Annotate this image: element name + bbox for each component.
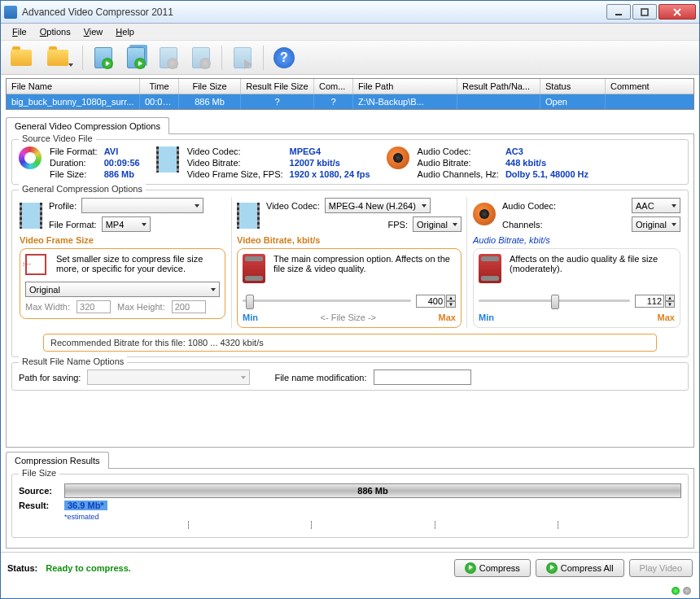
help-button[interactable]: ?	[269, 43, 300, 72]
file-grid: File Name Time File Size Result File Siz…	[6, 78, 694, 110]
result-size-value: 36.9 Mb*	[64, 501, 107, 510]
table-row[interactable]: big_buck_bunny_1080p_surr... 00:09... 88…	[7, 94, 693, 109]
open-folder-button[interactable]	[38, 43, 77, 72]
vcodec-combo[interactable]: MPEG-4 New (H.264)	[325, 198, 431, 213]
close-button[interactable]	[658, 4, 696, 20]
col-comment[interactable]: Comment	[606, 79, 693, 94]
abr-title: Audio Bitrate, kbit/s	[473, 235, 680, 245]
led-off-icon	[683, 587, 691, 595]
svg-rect-1	[641, 9, 648, 15]
minimize-button[interactable]	[606, 4, 631, 20]
col-size[interactable]: File Size	[179, 79, 241, 94]
grid-header: File Name Time File Size Result File Siz…	[7, 79, 693, 94]
col-status[interactable]: Status	[540, 79, 606, 94]
video-bitrate-slider[interactable]	[243, 293, 411, 309]
vbr-title: Video Bitrate, kbit/s	[237, 235, 462, 245]
play-icon	[465, 562, 476, 574]
group-filesize: File Size Source:886 Mb Result:36.9 Mb* …	[11, 474, 689, 538]
tab-general[interactable]: General Video Compression Options	[6, 117, 169, 134]
col-rpath[interactable]: Result Path/Na...	[457, 79, 540, 94]
led-green-icon	[672, 587, 680, 595]
col-path[interactable]: File Path	[353, 79, 457, 94]
max-height-input[interactable]: 200	[172, 300, 206, 313]
col-filename[interactable]: File Name	[7, 79, 140, 94]
frame-size-combo[interactable]: Original	[25, 282, 220, 297]
col-time[interactable]: Time	[140, 79, 179, 94]
clamp-icon	[479, 254, 503, 283]
status-text: Ready to compress.	[46, 563, 131, 573]
clamp-icon	[243, 254, 267, 283]
speaker-icon	[473, 203, 497, 227]
menu-help[interactable]: Help	[109, 25, 141, 38]
vfs-title: Video Frame Size	[20, 235, 225, 245]
speaker-icon	[387, 146, 411, 171]
compress-all-button[interactable]	[120, 43, 151, 72]
menu-view[interactable]: View	[77, 25, 110, 38]
menu-options[interactable]: Options	[33, 25, 77, 38]
video-wheel-icon	[19, 146, 43, 171]
channels-combo[interactable]: Original	[632, 216, 680, 232]
max-width-input[interactable]: 320	[77, 300, 111, 313]
open-file-button[interactable]	[6, 43, 37, 72]
profile-combo[interactable]	[81, 198, 203, 213]
video-bitrate-input[interactable]: ▲▼	[416, 295, 456, 308]
acodec-combo[interactable]: AAC	[632, 198, 680, 213]
film-icon	[20, 203, 44, 227]
play-icon	[546, 562, 558, 574]
filename-mod-input[interactable]	[374, 369, 471, 385]
group-source: Source Video File File Format:AVI Durati…	[11, 139, 689, 185]
tab-results[interactable]: Compression Results	[6, 452, 109, 469]
pause-button	[153, 43, 184, 72]
compress-button[interactable]: Compress	[454, 559, 531, 577]
col-comp[interactable]: Com...	[314, 79, 353, 94]
status-leds	[1, 584, 699, 598]
group-gco: General Compression Options Profile: Fil…	[11, 190, 689, 357]
film-icon	[237, 203, 261, 227]
audio-bitrate-slider[interactable]	[479, 293, 630, 309]
app-icon	[4, 6, 17, 19]
film-icon	[156, 146, 181, 171]
resize-icon	[25, 254, 50, 275]
save-path-combo[interactable]	[87, 369, 250, 385]
maximize-button[interactable]	[632, 4, 657, 20]
play-video-button: Play Video	[629, 559, 693, 577]
window-title: Advanced Video Compressor 2011	[22, 7, 606, 18]
menu-file[interactable]: File	[6, 25, 33, 38]
source-size-bar: 886 Mb	[64, 483, 681, 498]
recommended-bitrate: Recommended Bitrate for this file: 1080 …	[43, 334, 657, 352]
play-video-button	[227, 43, 258, 72]
stop-button	[186, 43, 217, 72]
status-bar: Status: Ready to compress. Compress Comp…	[1, 552, 699, 584]
menubar: File Options View Help	[1, 24, 699, 41]
compress-button[interactable]	[88, 43, 119, 72]
format-combo[interactable]: MP4	[102, 216, 151, 232]
fps-combo[interactable]: Original	[413, 216, 462, 232]
compress-all-button[interactable]: Compress All	[536, 559, 624, 577]
toolbar: ?	[1, 41, 699, 75]
titlebar: Advanced Video Compressor 2011	[1, 1, 699, 24]
group-result-filename: Result File Name Options Path for saving…	[11, 362, 689, 391]
col-rsize[interactable]: Result File Size	[241, 79, 314, 94]
audio-bitrate-input[interactable]: ▲▼	[635, 295, 675, 308]
